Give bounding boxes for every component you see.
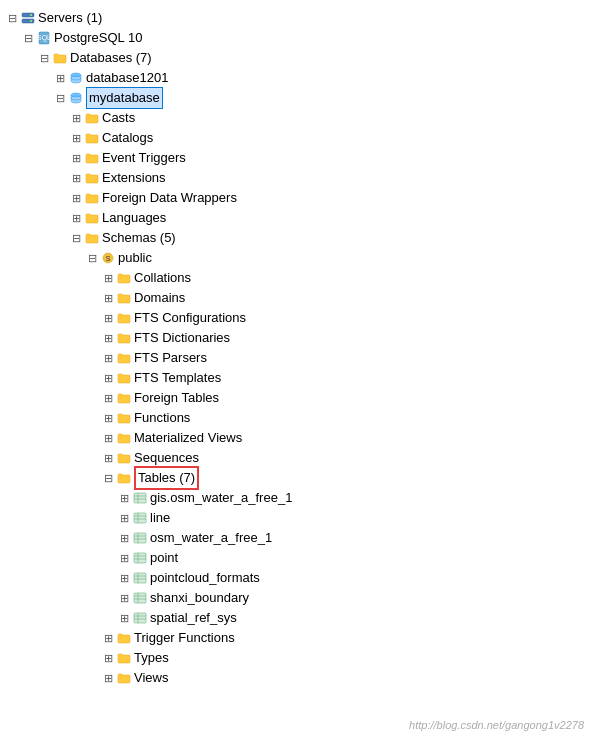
label-public: public [118, 248, 152, 268]
node-icon-eventtriggers [84, 150, 100, 166]
svg-rect-32 [134, 593, 146, 603]
tree-item-schemas[interactable]: Schemas (5) [4, 228, 600, 248]
expand-icon-functions[interactable] [100, 410, 116, 426]
label-foreigndatawrappers: Foreign Data Wrappers [102, 188, 237, 208]
label-collations: Collations [134, 268, 191, 288]
tree-item-casts[interactable]: Casts [4, 108, 600, 128]
tree-item-gis_osm_water[interactable]: gis.osm_water_a_free_1 [4, 488, 600, 508]
tree-item-extensions[interactable]: Extensions [4, 168, 600, 188]
expand-icon-gis_osm_water[interactable] [116, 490, 132, 506]
node-icon-gis_osm_water [132, 490, 148, 506]
highlight-red: Tables (7) [134, 466, 199, 490]
label-spatial_ref_sys: spatial_ref_sys [150, 608, 237, 628]
node-icon-collations [116, 270, 132, 286]
tree-item-types[interactable]: Types [4, 648, 600, 668]
expand-icon-ftstemplates[interactable] [100, 370, 116, 386]
expand-icon-spatial_ref_sys[interactable] [116, 610, 132, 626]
label-eventtriggers: Event Triggers [102, 148, 186, 168]
expand-icon-mydatabase[interactable] [52, 90, 68, 106]
tree-item-ftstemplates[interactable]: FTS Templates [4, 368, 600, 388]
tree-item-osm_water_a_free_1[interactable]: osm_water_a_free_1 [4, 528, 600, 548]
label-schemas: Schemas (5) [102, 228, 176, 248]
tree-item-public[interactable]: Spublic [4, 248, 600, 268]
highlight-blue: mydatabase [86, 87, 163, 109]
expand-icon-database1201[interactable] [52, 70, 68, 86]
tree-item-foreigntables[interactable]: Foreign Tables [4, 388, 600, 408]
tree-item-spatial_ref_sys[interactable]: spatial_ref_sys [4, 608, 600, 628]
tree-item-shanxi_boundary[interactable]: shanxi_boundary [4, 588, 600, 608]
tree-item-ftsconfigurations[interactable]: FTS Configurations [4, 308, 600, 328]
expand-icon-sequences[interactable] [100, 450, 116, 466]
label-point: point [150, 548, 178, 568]
expand-icon-databases[interactable] [36, 50, 52, 66]
node-icon-ftsdictionaries [116, 330, 132, 346]
tree-item-ftsparsers[interactable]: FTS Parsers [4, 348, 600, 368]
label-domains: Domains [134, 288, 185, 308]
tree-item-materializedviews[interactable]: Materialized Views [4, 428, 600, 448]
tree-item-database1201[interactable]: database1201 [4, 68, 600, 88]
tree-item-servers[interactable]: Servers (1) [4, 8, 600, 28]
label-database1201: database1201 [86, 68, 168, 88]
node-icon-domains [116, 290, 132, 306]
expand-icon-collations[interactable] [100, 270, 116, 286]
tree-item-functions[interactable]: Functions [4, 408, 600, 428]
node-icon-views [116, 670, 132, 686]
tree-item-ftsdictionaries[interactable]: FTS Dictionaries [4, 328, 600, 348]
expand-icon-point[interactable] [116, 550, 132, 566]
svg-rect-2 [22, 19, 34, 23]
tree-item-languages[interactable]: Languages [4, 208, 600, 228]
expand-icon-pointcloud_formats[interactable] [116, 570, 132, 586]
node-icon-spatial_ref_sys [132, 610, 148, 626]
expand-icon-foreigntables[interactable] [100, 390, 116, 406]
tree-item-sequences[interactable]: Sequences [4, 448, 600, 468]
tree-item-eventtriggers[interactable]: Event Triggers [4, 148, 600, 168]
tree-item-domains[interactable]: Domains [4, 288, 600, 308]
tree-item-pointcloud_formats[interactable]: pointcloud_formats [4, 568, 600, 588]
tree-item-views[interactable]: Views [4, 668, 600, 688]
node-icon-catalogs [84, 130, 100, 146]
expand-icon-foreigndatawrappers[interactable] [68, 190, 84, 206]
tree-item-mydatabase[interactable]: mydatabase [4, 88, 600, 108]
expand-icon-casts[interactable] [68, 110, 84, 126]
expand-icon-triggerfunctions[interactable] [100, 630, 116, 646]
tree-item-postgresql[interactable]: SQLPostgreSQL 10 [4, 28, 600, 48]
svg-rect-24 [134, 553, 146, 563]
expand-icon-servers[interactable] [4, 10, 20, 26]
expand-icon-tables[interactable] [100, 470, 116, 486]
expand-icon-schemas[interactable] [68, 230, 84, 246]
expand-icon-views[interactable] [100, 670, 116, 686]
tree-container: Servers (1)SQLPostgreSQL 10Databases (7)… [0, 0, 604, 696]
node-icon-ftsconfigurations [116, 310, 132, 326]
expand-icon-extensions[interactable] [68, 170, 84, 186]
node-icon-types [116, 650, 132, 666]
expand-icon-line[interactable] [116, 510, 132, 526]
expand-icon-public[interactable] [84, 250, 100, 266]
tree-item-line[interactable]: line [4, 508, 600, 528]
node-icon-triggerfunctions [116, 630, 132, 646]
expand-icon-shanxi_boundary[interactable] [116, 590, 132, 606]
tree-item-triggerfunctions[interactable]: Trigger Functions [4, 628, 600, 648]
expand-icon-postgresql[interactable] [20, 30, 36, 46]
expand-icon-osm_water_a_free_1[interactable] [116, 530, 132, 546]
label-materializedviews: Materialized Views [134, 428, 242, 448]
expand-icon-ftsconfigurations[interactable] [100, 310, 116, 326]
tree-item-tables[interactable]: Tables (7) [4, 468, 600, 488]
label-servers: Servers (1) [38, 8, 102, 28]
tree-item-foreigndatawrappers[interactable]: Foreign Data Wrappers [4, 188, 600, 208]
expand-icon-materializedviews[interactable] [100, 430, 116, 446]
tree-item-databases[interactable]: Databases (7) [4, 48, 600, 68]
node-icon-ftstemplates [116, 370, 132, 386]
expand-icon-types[interactable] [100, 650, 116, 666]
tree-item-collations[interactable]: Collations [4, 268, 600, 288]
expand-icon-catalogs[interactable] [68, 130, 84, 146]
expand-icon-ftsparsers[interactable] [100, 350, 116, 366]
expand-icon-domains[interactable] [100, 290, 116, 306]
node-icon-line [132, 510, 148, 526]
tree-item-catalogs[interactable]: Catalogs [4, 128, 600, 148]
svg-rect-0 [22, 13, 34, 17]
expand-icon-languages[interactable] [68, 210, 84, 226]
expand-icon-eventtriggers[interactable] [68, 150, 84, 166]
expand-icon-ftsdictionaries[interactable] [100, 330, 116, 346]
node-icon-osm_water_a_free_1 [132, 530, 148, 546]
tree-item-point[interactable]: point [4, 548, 600, 568]
